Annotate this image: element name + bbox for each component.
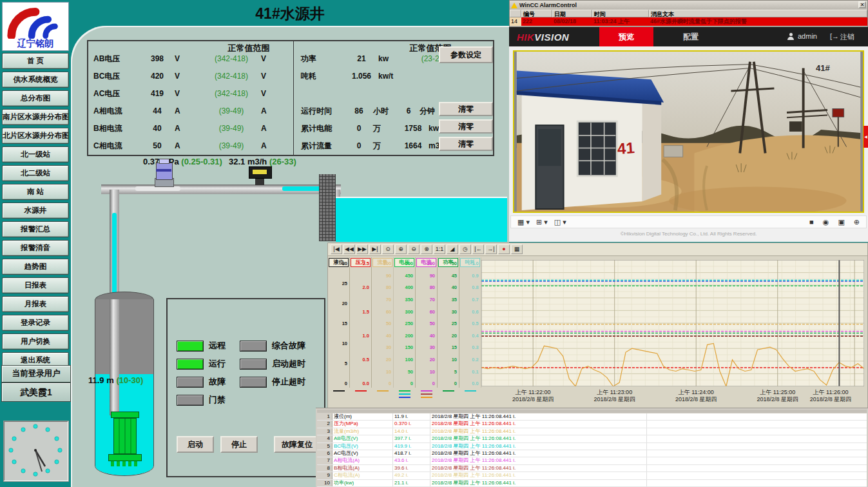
tab-config[interactable]: 配置 — [664, 27, 718, 46]
chart-tool-0[interactable]: |◀ — [331, 244, 342, 254]
axis-6: 吨耗1.00.90.80.70.60.50.40.30.20.10.0 — [459, 257, 481, 388]
title-band: 41#水源井 — [71, 0, 509, 27]
chart-tool-6[interactable]: ⊖ — [408, 244, 420, 254]
row-num: 6 — [317, 450, 333, 457]
sidebar-item-1[interactable]: 供水系统概览 — [2, 72, 69, 88]
chart-tool-4[interactable]: ⊙ — [382, 244, 394, 254]
pump-flange — [111, 412, 139, 418]
row-timestamp: 2018/2/8 星期四 上午 11:26:08.441 i. — [430, 421, 647, 427]
table-row-9[interactable]: 9C相电流(A)49.2 i.2018/2/8 星期四 上午 11:26:08.… — [317, 472, 867, 479]
alarm-col-1[interactable]: 日期 — [552, 10, 592, 17]
sidebar-item-5[interactable]: 北一级站 — [2, 146, 69, 163]
table-row-7[interactable]: 7A相电流(A)43.6 i.2018/2/8 星期四 上午 11:26:08.… — [317, 457, 867, 464]
chart-tool-9[interactable]: ◢ — [447, 244, 458, 254]
close-icon[interactable]: ✕ — [858, 1, 866, 8]
chart-tool-7[interactable]: ⊗ — [421, 244, 432, 254]
sidebar-item-13[interactable]: 月报表 — [2, 296, 69, 312]
camera-toolbar: ▦ ▾⊞ ▾◫ ▾■◉▣⊕ — [510, 215, 867, 228]
clear-flow-button[interactable]: 清零 — [439, 137, 493, 151]
clock-hour-hand — [35, 450, 45, 466]
table-row-3[interactable]: 3流量(m3/h)14.0 i.2018/2/8 星期四 上午 11:26:08… — [317, 428, 867, 435]
axis-tick: 0.6 — [459, 310, 479, 315]
alarm-col-3[interactable]: 消息文本 — [649, 10, 867, 17]
chart-tool-11[interactable]: |← — [472, 244, 484, 254]
stop-icon[interactable]: ■ — [809, 218, 814, 226]
param-value: 44 — [141, 106, 173, 115]
x-label-1: 上午 11:23:002018/2/8 星期四 — [576, 389, 653, 404]
row-num: 10 — [317, 480, 333, 486]
chart-tool-5[interactable]: ⊕ — [395, 244, 407, 254]
row-timestamp: 2018/2/8 星期四 上午 11:26:08.441 i. — [430, 472, 647, 479]
sidebar-item-12[interactable]: 日报表 — [2, 277, 69, 293]
panel-collapse-tab[interactable]: ◀ — [863, 126, 868, 148]
clear-runtime-button[interactable]: 清零 — [439, 102, 493, 116]
chart-tool-12[interactable]: →| — [485, 244, 497, 254]
axis-tick: 300 — [394, 310, 413, 315]
stop-button[interactable]: 停止 — [220, 436, 258, 453]
sidebar-item-15[interactable]: 用户切换 — [2, 333, 69, 350]
alarm-col-2[interactable]: 时间 — [592, 10, 649, 17]
axis-3: 电压500450400350300250200150100500 — [394, 257, 416, 388]
sidebar-item-6[interactable]: 北二级站 — [2, 165, 69, 181]
alarm-row[interactable]: 1422208/02/1811:03:24 上午46#水源井瞬时流量低于下限点的… — [510, 17, 867, 26]
chart-tool-3[interactable]: ▶| — [369, 244, 381, 254]
axis-tick: 2.0 — [350, 285, 369, 290]
sidebar-item-9[interactable]: 报警汇总 — [2, 221, 69, 237]
clear-energy-button[interactable]: 清零 — [439, 119, 493, 134]
tank-water — [336, 197, 507, 242]
chart-tool-10[interactable]: ◷ — [459, 244, 471, 254]
table-row-4[interactable]: 4AB电压(V)397.7 i.2018/2/8 星期四 上午 11:26:08… — [317, 435, 867, 442]
table-row-6[interactable]: 6AC电压(V)418.7 i.2018/2/8 星期四 上午 11:26:08… — [317, 450, 867, 457]
sidebar-item-14[interactable]: 登录记录 — [2, 315, 69, 331]
chart-tool-2[interactable]: ▶▶ — [356, 244, 368, 254]
cam-tool-left-2[interactable]: ◫ ▾ — [554, 218, 566, 226]
chart-tool-13[interactable]: ● — [498, 244, 510, 254]
sidebar-item-4[interactable]: 北片区水源井分布图 — [2, 128, 69, 144]
row-name: B相电流(A) — [333, 465, 393, 472]
chart-tool-14[interactable]: ▦ — [511, 244, 523, 254]
chart-plot[interactable] — [481, 260, 864, 386]
row-value: 49.2 i. — [393, 472, 430, 479]
param-set-button[interactable]: 参数设定 — [439, 46, 493, 63]
row-name: AB电压(V) — [333, 435, 393, 442]
param-unit: A — [173, 141, 202, 150]
param-value: 40 — [141, 124, 173, 133]
start-button[interactable]: 启动 — [177, 436, 214, 453]
axis-tick: 25 — [438, 321, 457, 326]
alarm-titlebar[interactable]: WinCC AlarmControl ✕ — [510, 1, 867, 10]
camera-video[interactable]: 41 41# — [513, 50, 864, 213]
chart-tool-8[interactable]: 1:1 — [434, 244, 445, 254]
indicator-label: 停止超时 — [272, 376, 305, 388]
alarm-col-0[interactable]: 编号 — [521, 10, 552, 17]
sidebar-item-7[interactable]: 南 站 — [2, 184, 69, 200]
sidebar-item-2[interactable]: 总分布图 — [2, 90, 69, 106]
sidebar-item-0[interactable]: 首 页 — [2, 53, 69, 69]
zoom-icon[interactable]: ⊕ — [854, 218, 860, 226]
axis-tick: 0 — [416, 381, 435, 386]
snapshot-icon[interactable]: ◉ — [823, 218, 829, 226]
table-row-8[interactable]: 8B相电流(A)39.6 i.2018/2/8 星期四 上午 11:26:08.… — [317, 465, 867, 472]
sidebar-item-3[interactable]: 南片区水源井分布图 — [2, 109, 69, 125]
axis-tick: 250 — [394, 321, 413, 326]
table-row-5[interactable]: 5BC电压(V)419.9 i.2018/2/8 星期四 上午 11:26:08… — [317, 443, 867, 450]
table-row-10[interactable]: 10功率(kw)21.1 i.2018/2/8 星期四 上午 11:26:08.… — [317, 480, 867, 487]
logged-user[interactable]: admin — [798, 32, 817, 40]
sidebar-item-8[interactable]: 水源井 — [2, 203, 69, 219]
alarm-row-num: 14 — [510, 17, 521, 26]
indicator-启动超时 — [240, 359, 267, 370]
sidebar-item-10[interactable]: 报警消音 — [2, 240, 69, 256]
table-row-2[interactable]: 2压力(MPa)0.370 i.2018/2/8 星期四 上午 11:26:08… — [317, 421, 867, 428]
series-dash-4 — [421, 390, 432, 392]
chart-tool-1[interactable]: ◀◀ — [343, 244, 355, 254]
sidebar-nav: 首 页供水系统概览总分布图南片区水源井分布图北片区水源井分布图北一级站北二级站南… — [2, 53, 69, 368]
cam-tool-left-0[interactable]: ▦ ▾ — [517, 218, 530, 226]
logout-link[interactable]: 注销 — [840, 32, 854, 42]
fault-reset-button[interactable]: 故障复位 — [274, 436, 320, 453]
cam-tool-left-1[interactable]: ⊞ ▾ — [536, 218, 548, 226]
row-timestamp: 2018/2/8 星期四 上午 11:26:08.441 i. — [430, 443, 647, 450]
series-dash-0 — [333, 390, 345, 392]
tab-preview[interactable]: 预览 — [599, 27, 653, 46]
sidebar-item-11[interactable]: 趋势图 — [2, 259, 69, 275]
record-icon[interactable]: ▣ — [838, 218, 844, 226]
table-row-1[interactable]: 1液位(m)11.9 i.2018/2/8 星期四 上午 11:26:08.44… — [317, 413, 867, 421]
